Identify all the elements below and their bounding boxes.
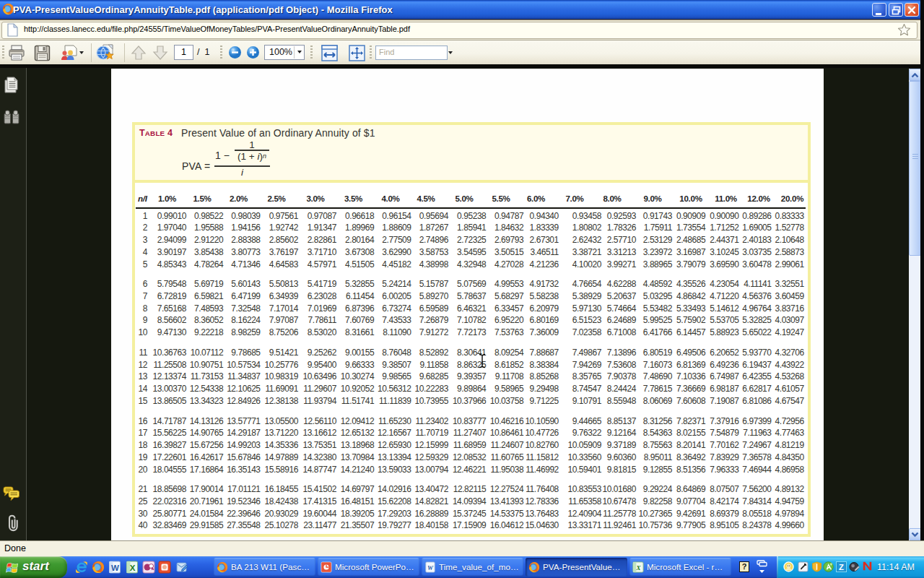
svg-text:X: X [635,564,641,571]
svg-text:X: X [130,564,136,572]
svg-text:Z: Z [839,563,844,571]
svg-text:W: W [427,564,434,571]
svg-text:W: W [111,564,119,572]
